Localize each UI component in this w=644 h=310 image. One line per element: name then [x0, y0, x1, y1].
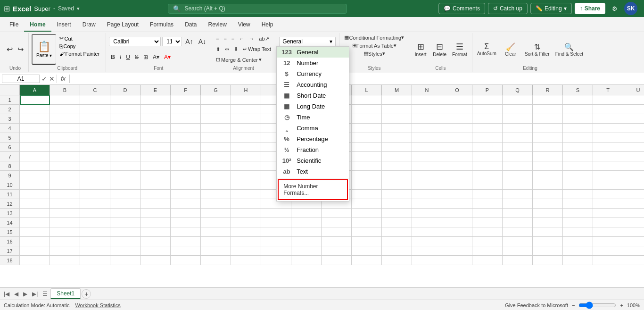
cell-L10[interactable]	[352, 180, 382, 190]
cell-L11[interactable]	[352, 190, 382, 199]
row-num-14[interactable]: 14	[0, 218, 20, 227]
cell-K14[interactable]	[322, 218, 352, 227]
cell-C6[interactable]	[80, 142, 110, 152]
cell-G14[interactable]	[201, 218, 231, 227]
cell-U12[interactable]	[623, 199, 644, 209]
cell-C12[interactable]	[80, 199, 110, 209]
cell-D4[interactable]	[110, 124, 140, 133]
cell-S9[interactable]	[563, 171, 593, 180]
col-header-U[interactable]: U	[623, 85, 644, 95]
cell-R1[interactable]	[533, 95, 563, 105]
cell-U6[interactable]	[623, 142, 644, 152]
cell-E18[interactable]	[140, 256, 171, 265]
cell-R9[interactable]	[533, 171, 563, 180]
cell-E4[interactable]	[140, 124, 171, 133]
cell-O13[interactable]	[442, 209, 472, 218]
cell-R17[interactable]	[533, 246, 563, 256]
increase-indent-button[interactable]: →	[247, 35, 256, 42]
cell-E10[interactable]	[140, 180, 171, 190]
format-option-currency[interactable]: $Currency	[277, 68, 349, 79]
format-option-accounting[interactable]: ☰Accounting	[277, 79, 349, 90]
cell-D2[interactable]	[110, 105, 140, 114]
cell-G18[interactable]	[201, 256, 231, 265]
cell-U13[interactable]	[623, 209, 644, 218]
cell-R15[interactable]	[533, 227, 563, 237]
cell-D12[interactable]	[110, 199, 140, 209]
cell-R14[interactable]	[533, 218, 563, 227]
cell-F11[interactable]	[171, 190, 201, 199]
cell-N14[interactable]	[412, 218, 442, 227]
cell-T15[interactable]	[593, 227, 623, 237]
tab-home[interactable]: Home	[24, 18, 51, 32]
cell-H1[interactable]	[231, 95, 261, 105]
cell-H17[interactable]	[231, 246, 261, 256]
cell-M3[interactable]	[382, 114, 412, 124]
cell-N17[interactable]	[412, 246, 442, 256]
cell-N1[interactable]	[412, 95, 442, 105]
cell-O1[interactable]	[442, 95, 472, 105]
insert-button[interactable]: ⊞ Insert	[412, 41, 429, 58]
format-button[interactable]: ☰ Format	[450, 41, 469, 58]
delete-button[interactable]: ⊟ Delete	[431, 41, 448, 58]
cell-F8[interactable]	[171, 161, 201, 171]
format-option-text[interactable]: abText	[277, 166, 349, 177]
cell-D3[interactable]	[110, 114, 140, 124]
fill-color-button[interactable]: A▾	[151, 53, 161, 61]
cell-A18[interactable]	[20, 256, 50, 265]
tab-help[interactable]: Help	[256, 18, 279, 32]
cell-Q8[interactable]	[503, 161, 533, 171]
cell-K15[interactable]	[322, 227, 352, 237]
cell-F9[interactable]	[171, 171, 201, 180]
cell-R13[interactable]	[533, 209, 563, 218]
cell-E14[interactable]	[140, 218, 171, 227]
undo-button[interactable]: ↩	[5, 44, 15, 55]
cell-U10[interactable]	[623, 180, 644, 190]
cell-R16[interactable]	[533, 237, 563, 246]
cell-R5[interactable]	[533, 133, 563, 142]
cell-B18[interactable]	[50, 256, 80, 265]
cell-D16[interactable]	[110, 237, 140, 246]
col-header-R[interactable]: R	[533, 85, 563, 95]
col-header-D[interactable]: D	[110, 85, 140, 95]
cell-O9[interactable]	[442, 171, 472, 180]
format-option-time[interactable]: ◷Time	[277, 112, 349, 123]
find-select-button[interactable]: 🔍 Find & Select	[553, 42, 585, 57]
cell-Q2[interactable]	[503, 105, 533, 114]
cell-B3[interactable]	[50, 114, 80, 124]
format-option-comma[interactable]: ‸Comma	[277, 123, 349, 134]
cell-N15[interactable]	[412, 227, 442, 237]
cell-D14[interactable]	[110, 218, 140, 227]
increase-font-button[interactable]: A↑	[183, 37, 195, 46]
cell-T17[interactable]	[593, 246, 623, 256]
cell-F13[interactable]	[171, 209, 201, 218]
cell-T10[interactable]	[593, 180, 623, 190]
cell-F15[interactable]	[171, 227, 201, 237]
col-header-T[interactable]: T	[593, 85, 623, 95]
copy-button[interactable]: ⎘ Copy	[58, 43, 101, 50]
cell-L15[interactable]	[352, 227, 382, 237]
format-option-percentage[interactable]: %Percentage	[277, 134, 349, 144]
editing-button[interactable]: ✏️ Editing ▾	[530, 3, 572, 14]
row-num-4[interactable]: 4	[0, 124, 20, 133]
cell-P12[interactable]	[472, 199, 503, 209]
autosum-button[interactable]: Σ AutoSum	[475, 42, 498, 57]
col-header-M[interactable]: M	[382, 85, 412, 95]
cell-A2[interactable]	[20, 105, 50, 114]
tab-data[interactable]: Data	[179, 18, 202, 32]
cell-Q11[interactable]	[503, 190, 533, 199]
cell-R6[interactable]	[533, 142, 563, 152]
cell-D15[interactable]	[110, 227, 140, 237]
cell-M16[interactable]	[382, 237, 412, 246]
cell-C5[interactable]	[80, 133, 110, 142]
cell-Q3[interactable]	[503, 114, 533, 124]
col-header-F[interactable]: F	[171, 85, 201, 95]
cell-T9[interactable]	[593, 171, 623, 180]
cell-H14[interactable]	[231, 218, 261, 227]
cell-B7[interactable]	[50, 152, 80, 161]
search-box[interactable]: 🔍 Search (Alt + Q)	[168, 4, 347, 14]
col-header-G[interactable]: G	[201, 85, 231, 95]
cell-S11[interactable]	[563, 190, 593, 199]
cell-L13[interactable]	[352, 209, 382, 218]
cell-H7[interactable]	[231, 152, 261, 161]
cell-M9[interactable]	[382, 171, 412, 180]
